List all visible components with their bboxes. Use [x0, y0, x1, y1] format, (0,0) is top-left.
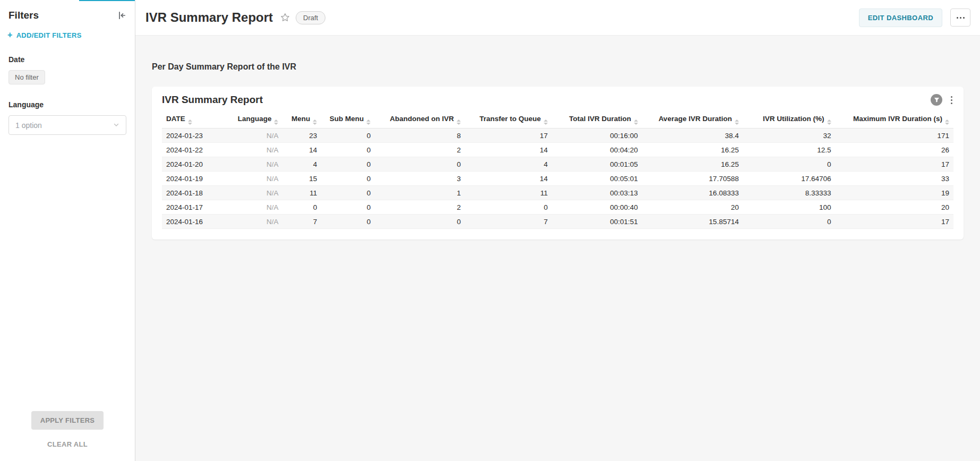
- cell-value: 2: [375, 143, 465, 157]
- column-header-label: Menu: [291, 115, 310, 123]
- dashboard-title: IVR Summary Report: [145, 10, 273, 25]
- language-filter-select[interactable]: 1 option: [8, 115, 126, 135]
- column-header[interactable]: Transfer to Queue: [465, 112, 552, 129]
- cell-value: 17: [836, 157, 953, 172]
- column-header-label: IVR Utilization (%): [763, 115, 824, 123]
- apply-filters-button[interactable]: APPLY FILTERS: [31, 411, 104, 430]
- cell-value: 12.5: [743, 143, 836, 157]
- cell-value: 8.33333: [743, 186, 836, 200]
- cell-value: 32: [743, 129, 836, 143]
- sort-caret-icon[interactable]: [945, 119, 949, 125]
- sort-caret-icon[interactable]: [457, 119, 461, 125]
- sort-caret-icon[interactable]: [634, 119, 638, 125]
- column-header[interactable]: Total IVR Duration: [552, 112, 642, 129]
- cell-date: 2024-01-19: [162, 172, 226, 186]
- cell-value: 00:01:51: [552, 215, 642, 229]
- column-header[interactable]: Language: [226, 112, 282, 129]
- date-filter-chip[interactable]: No filter: [8, 70, 45, 84]
- edit-dashboard-button[interactable]: EDIT DASHBOARD: [859, 8, 942, 27]
- filters-title: Filters: [8, 10, 39, 21]
- main-area: IVR Summary Report Draft EDIT DASHBOARD …: [135, 0, 980, 461]
- sort-caret-icon[interactable]: [827, 119, 831, 125]
- sort-caret-icon[interactable]: [188, 119, 192, 125]
- column-header[interactable]: DATE: [162, 112, 226, 129]
- table-row[interactable]: 2024-01-17N/A002000:00:402010020: [162, 200, 953, 215]
- column-header[interactable]: IVR Utilization (%): [743, 112, 836, 129]
- add-edit-filters-button[interactable]: + ADD/EDIT FILTERS: [0, 25, 135, 39]
- column-header-label: Abandoned on IVR: [390, 115, 454, 123]
- cell-value: 4: [465, 157, 552, 172]
- table-row[interactable]: 2024-01-23N/A23081700:16:0038.432171: [162, 129, 953, 143]
- filter-section-date: Date No filter: [0, 39, 135, 84]
- cell-value: 4: [282, 157, 321, 172]
- column-header[interactable]: Menu: [282, 112, 321, 129]
- table-row[interactable]: 2024-01-19N/A15031400:05:0117.7058817.64…: [162, 172, 953, 186]
- cell-value: 17.64706: [743, 172, 836, 186]
- cell-date: 2024-01-18: [162, 186, 226, 200]
- table-row[interactable]: 2024-01-22N/A14021400:04:2016.2512.526: [162, 143, 953, 157]
- column-header-label: Sub Menu: [330, 115, 364, 123]
- column-header[interactable]: Sub Menu: [321, 112, 375, 129]
- sort-caret-icon[interactable]: [544, 119, 548, 125]
- cell-value: 0: [321, 215, 375, 229]
- kebab-menu-icon[interactable]: [950, 95, 953, 105]
- column-header[interactable]: Average IVR Duration: [642, 112, 743, 129]
- column-header-label: DATE: [166, 115, 185, 123]
- cell-value: 33: [836, 172, 953, 186]
- cell-value: 11: [282, 186, 321, 200]
- cell-value: 16.25: [642, 143, 743, 157]
- table-row[interactable]: 2024-01-18N/A11011100:03:1316.083338.333…: [162, 186, 953, 200]
- cell-value: 0: [321, 129, 375, 143]
- app-window: Filters + ADD/EDIT FILTERS Date No filte…: [0, 0, 980, 461]
- header-actions: EDIT DASHBOARD: [859, 8, 970, 27]
- chart-card-actions: [931, 94, 953, 106]
- cell-value: 1: [375, 186, 465, 200]
- favorite-star-icon[interactable]: [280, 13, 290, 22]
- ivr-summary-table: DATELanguageMenuSub MenuAbandoned on IVR…: [162, 112, 953, 229]
- sort-caret-icon[interactable]: [313, 119, 317, 125]
- markdown-header-text: Per Day Summary Report of the IVR: [152, 62, 964, 72]
- column-header-label: Maximum IVR Duration (s): [853, 115, 942, 123]
- collapse-sidebar-icon[interactable]: [117, 11, 126, 20]
- sort-caret-icon[interactable]: [735, 119, 739, 125]
- dashboard-body: Per Day Summary Report of the IVR IVR Su…: [135, 36, 980, 461]
- cell-value: 3: [375, 172, 465, 186]
- sidebar-accent-bar: [79, 0, 135, 1]
- sort-caret-icon[interactable]: [274, 119, 278, 125]
- cell-date: 2024-01-23: [162, 129, 226, 143]
- language-filter-value: 1 option: [15, 121, 42, 130]
- column-header-label: Total IVR Duration: [569, 115, 631, 123]
- cell-value: 0: [321, 172, 375, 186]
- table-body: 2024-01-23N/A23081700:16:0038.4321712024…: [162, 129, 953, 229]
- cell-date: 2024-01-17: [162, 200, 226, 215]
- cell-value: 16.25: [642, 157, 743, 172]
- chart-title: IVR Summary Report: [162, 94, 263, 106]
- chevron-down-icon: [113, 121, 119, 130]
- column-header[interactable]: Maximum IVR Duration (s): [836, 112, 953, 129]
- sort-caret-icon[interactable]: [366, 119, 371, 125]
- filter-section-language: Language 1 option: [0, 84, 135, 135]
- cell-value: 8: [375, 129, 465, 143]
- cell-value: 0: [743, 215, 836, 229]
- cell-value: 17.70588: [642, 172, 743, 186]
- cell-value: 15: [282, 172, 321, 186]
- cell-value: 23: [282, 129, 321, 143]
- cell-value: 26: [836, 143, 953, 157]
- cell-value: 171: [836, 129, 953, 143]
- more-options-button[interactable]: [950, 8, 970, 27]
- column-header-label: Transfer to Queue: [479, 115, 541, 123]
- column-header-label: Language: [238, 115, 272, 123]
- cell-value: 00:00:40: [552, 200, 642, 215]
- cell-value: 19: [836, 186, 953, 200]
- cell-value: 14: [465, 172, 552, 186]
- column-header[interactable]: Abandoned on IVR: [375, 112, 465, 129]
- cell-value: 0: [321, 143, 375, 157]
- status-badge: Draft: [296, 11, 325, 24]
- table-row[interactable]: 2024-01-16N/A700700:01:5115.85714017: [162, 215, 953, 229]
- filter-badge-icon[interactable]: [931, 94, 942, 106]
- cell-value: 00:04:20: [552, 143, 642, 157]
- table-row[interactable]: 2024-01-20N/A400400:01:0516.25017: [162, 157, 953, 172]
- cell-value: 20: [836, 200, 953, 215]
- clear-all-button[interactable]: CLEAR ALL: [47, 440, 88, 448]
- cell-value: 17: [465, 129, 552, 143]
